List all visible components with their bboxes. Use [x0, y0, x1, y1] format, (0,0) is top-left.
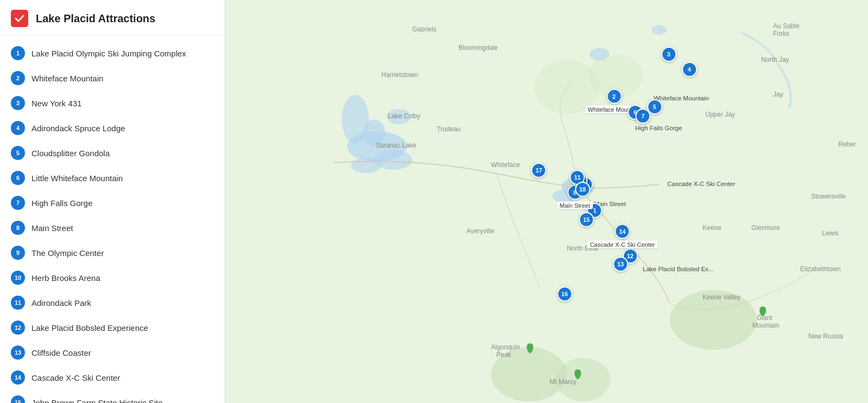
attraction-list-item[interactable]: 11Adirondack Park [0, 290, 225, 315]
map-pin-14[interactable]: 14Cascade X-C Ski Center [587, 223, 658, 248]
attraction-badge: 7 [11, 196, 25, 210]
attraction-badge: 13 [11, 346, 25, 360]
attraction-badge: 3 [11, 96, 25, 110]
attraction-list-item[interactable]: 6Little Whiteface Mountain [0, 165, 225, 190]
map-pin-bubble: 13 [613, 257, 628, 272]
attraction-list: 1Lake Placid Olympic Ski Jumping Complex… [0, 35, 225, 403]
svg-text:Algonquin: Algonquin [491, 343, 520, 351]
map-pin-3[interactable]: 3 [661, 47, 676, 62]
svg-text:Mountain: Mountain [752, 322, 779, 329]
sidebar-header: Lake Placid Attractions [0, 0, 225, 35]
attraction-list-item[interactable]: 10Herb Brooks Arena [0, 265, 225, 290]
attraction-list-item[interactable]: 5Cloudsplitter Gondola [0, 140, 225, 165]
svg-text:Averyville: Averyville [467, 227, 494, 235]
attraction-name: Herb Brooks Arena [31, 273, 100, 283]
map-pin-label: Main Street [557, 201, 593, 209]
attraction-name: Adirondack Park [31, 298, 91, 308]
svg-text:Mt Marcy: Mt Marcy [550, 378, 576, 386]
attraction-list-item[interactable]: 14Cascade X-C Ski Center [0, 365, 225, 390]
svg-text:Stowersville: Stowersville [811, 193, 846, 200]
attraction-name: Lake Placid Bobsled Experience [31, 323, 148, 332]
attraction-badge: 4 [11, 121, 25, 135]
svg-text:Elizabethtown: Elizabethtown [800, 265, 841, 273]
map-pin-18[interactable]: 18 [575, 182, 590, 197]
attraction-name: Adirondack Spruce Lodge [31, 124, 125, 133]
attraction-badge: 11 [11, 296, 25, 310]
attraction-name: New York 431 [31, 99, 82, 108]
svg-text:Lake Placid Bobsled Ex...: Lake Placid Bobsled Ex... [643, 266, 713, 272]
map-pin-bubble: 14 [615, 223, 630, 239]
attraction-badge: 6 [11, 171, 25, 185]
svg-text:Gabriels: Gabriels [412, 25, 437, 33]
attraction-list-item[interactable]: 2Whiteface Mountain [0, 66, 225, 91]
attraction-list-item[interactable]: 8Main Street [0, 215, 225, 240]
map-pin-16[interactable]: 16 [557, 286, 572, 302]
attraction-name: Cliffside Coaster [31, 348, 91, 357]
attraction-name: John Brown Farm State Historic Site [31, 398, 163, 404]
svg-text:North Jay: North Jay [761, 56, 789, 63]
attraction-badge: 5 [11, 146, 25, 160]
attraction-name: Lake Placid Olympic Ski Jumping Complex [31, 49, 186, 58]
svg-text:Jay: Jay [773, 91, 783, 98]
svg-text:High Falls Gorge: High Falls Gorge [635, 125, 682, 131]
svg-text:Trudeau: Trudeau [437, 125, 461, 133]
attraction-list-item[interactable]: 7High Falls Gorge [0, 190, 225, 215]
svg-text:Lake Colby: Lake Colby [388, 112, 420, 120]
attraction-name: Cloudsplitter Gondola [31, 149, 110, 158]
attraction-list-item[interactable]: 1Lake Placid Olympic Ski Jumping Complex [0, 41, 225, 66]
svg-text:Giant: Giant [757, 314, 773, 322]
attraction-badge: 10 [11, 271, 25, 285]
attraction-name: High Falls Gorge [31, 199, 93, 208]
map-pin-4[interactable]: 4 [682, 62, 697, 77]
sidebar: Lake Placid Attractions 1Lake Placid Oly… [0, 0, 225, 403]
checked-checkbox-icon[interactable] [11, 10, 28, 27]
svg-text:Reber: Reber [838, 140, 856, 148]
attraction-list-item[interactable]: 15John Brown Farm State Historic Site [0, 390, 225, 403]
map-background: Gabriels Au Sable Forks Bloomingdale Har… [225, 0, 868, 403]
attraction-name: Little Whiteface Mountain [31, 174, 123, 183]
svg-text:Lewis: Lewis [822, 229, 839, 237]
svg-point-10 [652, 25, 667, 35]
map-pin-15[interactable]: 15 [579, 212, 594, 227]
svg-text:Au Sable: Au Sable [773, 22, 800, 30]
attraction-name: Main Street [31, 223, 73, 233]
attraction-badge: 1 [11, 46, 25, 60]
map-pin-17[interactable]: 17 [531, 163, 546, 178]
sidebar-title: Lake Placid Attractions [36, 12, 155, 25]
svg-text:New Russia: New Russia [808, 332, 843, 340]
map-pin-bubble: 7 [635, 108, 650, 124]
svg-text:Saranac Lake: Saranac Lake [376, 142, 416, 149]
svg-text:Glenmore: Glenmore [751, 224, 780, 232]
map-pin-13[interactable]: 13 [613, 257, 628, 272]
attraction-badge: 2 [11, 71, 25, 85]
svg-text:Whiteface: Whiteface [491, 161, 520, 169]
map-pin-bubble: 17 [531, 163, 546, 178]
map-pin-7[interactable]: 7 [635, 108, 650, 124]
attraction-name: The Olympic Center [31, 248, 104, 258]
svg-text:Bloomingdale: Bloomingdale [458, 44, 498, 52]
svg-text:Keene Valley: Keene Valley [703, 293, 741, 301]
attraction-name: Cascade X-C Ski Center [31, 373, 120, 382]
attraction-list-item[interactable]: 3New York 431 [0, 91, 225, 116]
map-pin-label: Cascade X-C Ski Center [587, 240, 658, 248]
attraction-badge: 8 [11, 221, 25, 235]
attraction-list-item[interactable]: 12Lake Placid Bobsled Experience [0, 315, 225, 340]
attraction-list-item[interactable]: 4Adirondack Spruce Lodge [0, 116, 225, 140]
attraction-name: Whiteface Mountain [31, 74, 104, 83]
map-area[interactable]: Gabriels Au Sable Forks Bloomingdale Har… [225, 0, 868, 403]
map-pin-bubble: 4 [682, 62, 697, 77]
map-pin-bubble: 18 [575, 182, 590, 197]
map-pin-bubble: 2 [607, 88, 622, 104]
attraction-badge: 9 [11, 246, 25, 260]
svg-text:Peak: Peak [496, 351, 512, 359]
svg-text:Upper Jay: Upper Jay [705, 111, 735, 118]
svg-text:Keene: Keene [703, 224, 722, 232]
attraction-badge: 15 [11, 395, 25, 403]
attraction-list-item[interactable]: 9The Olympic Center [0, 240, 225, 265]
attraction-badge: 12 [11, 321, 25, 335]
attraction-badge: 14 [11, 370, 25, 385]
svg-text:Cascade X-C Ski Center: Cascade X-C Ski Center [667, 181, 735, 187]
map-pin-bubble: 16 [557, 286, 572, 302]
svg-point-3 [351, 158, 381, 173]
attraction-list-item[interactable]: 13Cliffside Coaster [0, 340, 225, 365]
